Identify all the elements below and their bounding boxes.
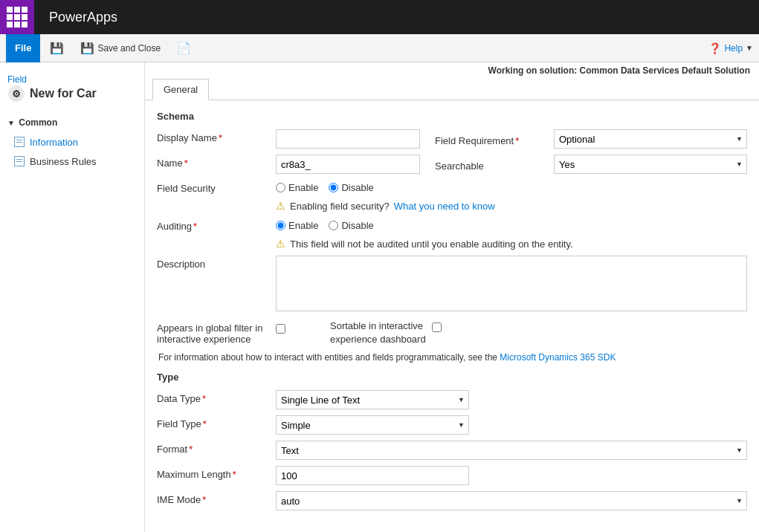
collapse-icon: ▼ [7, 119, 15, 127]
help-icon: ❓ [708, 42, 721, 54]
sortable-checkbox[interactable] [432, 322, 442, 332]
format-select[interactable]: Text Email URL Phone [276, 441, 747, 460]
save-button[interactable]: 💾 [43, 39, 71, 58]
auditing-enable-radio[interactable] [276, 221, 285, 230]
save-close-icon: 💾 [80, 42, 94, 55]
name-label: Name* [157, 155, 276, 169]
ime-mode-label: IME Mode* [157, 491, 276, 505]
warning-triangle-icon: ⚠ [276, 200, 285, 212]
field-type-select-wrapper: Simple Calculated Rollup [276, 415, 469, 435]
name-input[interactable] [276, 155, 420, 174]
auditing-row: Auditing* Enable Disable [157, 218, 747, 232]
data-type-label: Data Type* [157, 390, 276, 404]
field-type-row: Field Type* Simple Calculated Rollup [157, 415, 747, 435]
auditing-label: Auditing* [157, 218, 276, 232]
global-filter-label: Appears in global filter in interactive … [157, 319, 276, 345]
field-security-control: Enable Disable [276, 180, 747, 193]
sortable-label: Sortable in interactive experience dashb… [330, 319, 426, 346]
name-control [276, 155, 420, 174]
field-security-enable-radio[interactable] [276, 183, 285, 192]
description-input[interactable] [276, 256, 747, 311]
sortable-group: Sortable in interactive experience dashb… [330, 319, 747, 346]
field-security-link[interactable]: What you need to know [394, 201, 495, 212]
field-type-label: Field Type* [157, 415, 276, 429]
field-security-warning-row: ⚠ Enabling field security? What you need… [157, 200, 747, 212]
extra-toolbar-button[interactable]: 📄 [170, 39, 198, 58]
type-section-title: Type [157, 372, 747, 383]
field-type-control: Simple Calculated Rollup [276, 415, 747, 435]
description-label: Description [157, 256, 276, 270]
field-security-enable-option[interactable]: Enable [276, 182, 318, 193]
extra-icon: 📄 [177, 42, 191, 55]
field-requirement-label: Field Requirement* [435, 132, 554, 146]
data-type-select-wrapper: Single Line of Text Whole Number Decimal… [276, 390, 469, 409]
help-link[interactable]: Help [724, 43, 743, 53]
sidebar-entity-name: ⚙ New for Car [7, 85, 137, 103]
field-requirement-group: Field Requirement* Optional Business Rec… [435, 129, 747, 149]
schema-section-title: Schema [157, 111, 747, 122]
toolbar-right: ❓ Help ▼ [708, 42, 753, 54]
field-security-disable-option[interactable]: Disable [329, 182, 373, 193]
app-title: PowerApps [34, 10, 132, 25]
auditing-disable-radio[interactable] [329, 221, 338, 230]
data-type-select[interactable]: Single Line of Text Whole Number Decimal… [276, 390, 469, 409]
format-label: Format* [157, 441, 276, 455]
data-type-row: Data Type* Single Line of Text Whole Num… [157, 390, 747, 409]
max-length-control [276, 466, 747, 485]
ime-mode-row: IME Mode* auto active inactive disabled [157, 491, 747, 510]
auditing-radio-group: Enable Disable [276, 218, 747, 231]
sidebar-section-common: ▼ Common [0, 113, 144, 132]
auditing-control: Enable Disable [276, 218, 747, 231]
field-requirement-select[interactable]: Optional Business Recommended Business R… [554, 129, 747, 149]
searchable-group: Searchable Yes No [435, 155, 747, 174]
information-nav-icon [13, 136, 25, 148]
name-required: * [184, 158, 188, 169]
file-button[interactable]: File [6, 34, 40, 62]
max-length-label: Maximum Length* [157, 466, 276, 480]
max-length-row: Maximum Length* [157, 466, 747, 485]
sidebar-header: Field ⚙ New for Car [0, 70, 144, 107]
solution-bar: Working on solution: Common Data Service… [145, 62, 759, 79]
max-length-input[interactable] [276, 466, 469, 485]
global-filter-checkbox-wrapper [276, 319, 285, 336]
searchable-select-wrapper: Yes No [554, 155, 747, 174]
display-name-input[interactable] [276, 129, 420, 149]
format-row: Format* Text Email URL Phone [157, 441, 747, 460]
description-control [276, 256, 747, 314]
sdk-info-row: For information about how to interact wi… [157, 352, 747, 363]
sidebar-item-information[interactable]: Information [0, 132, 144, 152]
display-name-required: * [219, 132, 222, 143]
ime-mode-select[interactable]: auto active inactive disabled [276, 491, 747, 510]
auditing-disable-option[interactable]: Disable [329, 220, 373, 231]
toolbar-left: File 💾 💾 Save and Close 📄 [6, 34, 198, 62]
tab-general[interactable]: General [152, 79, 209, 100]
sidebar: Field ⚙ New for Car ▼ Common Information… [0, 62, 145, 532]
field-security-disable-radio[interactable] [329, 183, 338, 192]
entity-icon: ⚙ [7, 85, 25, 103]
gear-icon: ⚙ [8, 85, 25, 102]
content-area: Field ⚙ New for Car ▼ Common Information… [0, 62, 759, 532]
field-security-row: Field Security Enable Disable [157, 180, 747, 194]
app-launcher-button[interactable] [0, 0, 34, 34]
display-name-row: Display Name* Field Requirement* Optiona… [157, 129, 747, 149]
sidebar-entity-label: Field [7, 74, 137, 85]
save-icon: 💾 [50, 42, 64, 55]
save-and-close-button[interactable]: 💾 Save and Close [74, 39, 167, 58]
auditing-required: * [193, 221, 197, 232]
waffle-icon [7, 7, 28, 27]
sdk-link[interactable]: Microsoft Dynamics 365 SDK [500, 352, 616, 363]
field-security-radio-group: Enable Disable [276, 180, 747, 193]
format-select-wrapper: Text Email URL Phone [276, 441, 747, 460]
display-name-label: Display Name* [157, 129, 276, 143]
format-control: Text Email URL Phone [276, 441, 747, 460]
field-type-select[interactable]: Simple Calculated Rollup [276, 415, 469, 435]
field-security-label: Field Security [157, 180, 276, 194]
help-dropdown-icon[interactable]: ▼ [746, 44, 753, 52]
sidebar-item-business-rules[interactable]: Business Rules [0, 152, 144, 171]
global-filter-checkbox[interactable] [276, 324, 285, 334]
searchable-select[interactable]: Yes No [554, 155, 747, 174]
tab-bar: General [145, 79, 759, 100]
description-row: Description [157, 256, 747, 314]
top-bar: PowerApps [0, 0, 759, 34]
auditing-enable-option[interactable]: Enable [276, 220, 318, 231]
